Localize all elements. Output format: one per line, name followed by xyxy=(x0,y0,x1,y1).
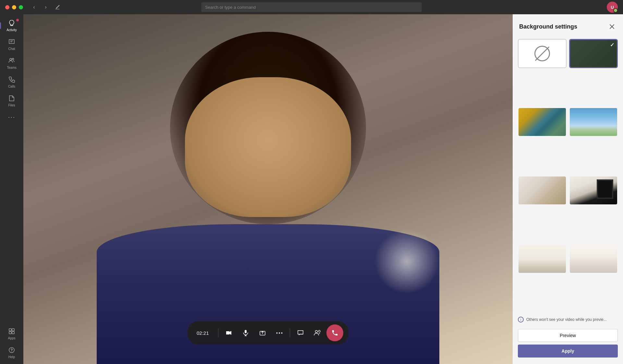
svg-point-12 xyxy=(276,332,278,334)
info-icon: i xyxy=(518,317,524,322)
svg-point-14 xyxy=(281,332,283,334)
camera-button[interactable] xyxy=(221,325,237,341)
titlebar-right: U xyxy=(607,2,623,13)
svg-point-0 xyxy=(10,58,12,60)
search-bar[interactable] xyxy=(201,2,422,12)
sidebar-item-more[interactable]: ··· xyxy=(1,111,22,123)
bg-thumb-outdoor[interactable] xyxy=(569,107,618,137)
sidebar-item-chat[interactable]: Chat xyxy=(1,36,22,53)
calls-icon xyxy=(8,76,15,84)
help-label: Help xyxy=(8,355,15,359)
svg-point-13 xyxy=(279,332,280,334)
chat-label: Chat xyxy=(8,47,15,51)
preview-button[interactable]: Preview xyxy=(518,329,618,342)
activity-label: Activity xyxy=(6,28,17,32)
teams-label: Teams xyxy=(7,66,16,69)
bg-thumb-dark[interactable]: ✓ xyxy=(569,39,618,68)
notification-dot xyxy=(16,19,19,21)
end-call-button[interactable] xyxy=(326,324,343,341)
share-button[interactable] xyxy=(255,325,270,341)
apps-label: Apps xyxy=(8,336,16,340)
traffic-lights xyxy=(0,5,23,9)
avatar[interactable]: U xyxy=(607,2,618,13)
background-grid: ✓ xyxy=(513,36,623,313)
svg-point-15 xyxy=(315,331,318,333)
svg-point-1 xyxy=(12,58,14,60)
participants-button[interactable] xyxy=(310,325,325,341)
panel-header: Background settings xyxy=(513,14,623,36)
bg-thumb-modern1[interactable] xyxy=(518,244,567,273)
maximize-button[interactable] xyxy=(19,5,23,9)
bg-thumb-interior1[interactable] xyxy=(518,176,567,205)
files-icon xyxy=(8,95,15,103)
bg-thumb-none[interactable] xyxy=(518,39,567,68)
divider2 xyxy=(290,328,290,337)
sidebar-item-help[interactable]: Help xyxy=(1,344,22,361)
files-label: Files xyxy=(8,103,15,107)
back-button[interactable]: ‹ xyxy=(30,3,39,12)
call-controls: 02:21 xyxy=(188,321,348,345)
interior2-bg xyxy=(570,176,617,204)
meeting-chat-button[interactable] xyxy=(293,325,308,341)
sidebar: Activity Chat Teams xyxy=(0,14,23,364)
svg-rect-2 xyxy=(9,329,11,331)
titlebar: ‹ › U xyxy=(0,0,623,14)
sidebar-item-apps[interactable]: Apps xyxy=(1,325,22,343)
bg-thumb-modern2[interactable] xyxy=(569,244,618,273)
search-input[interactable] xyxy=(201,2,422,12)
close-panel-button[interactable] xyxy=(607,22,617,31)
svg-rect-3 xyxy=(12,329,14,331)
sidebar-item-teams[interactable]: Teams xyxy=(1,55,22,72)
apps-icon xyxy=(8,328,15,336)
office-bg xyxy=(519,108,566,136)
bg-thumb-office[interactable] xyxy=(518,107,567,137)
action-buttons: Preview Apply xyxy=(513,326,623,364)
main-content: Activity Chat Teams xyxy=(0,14,623,364)
svg-rect-8 xyxy=(245,330,247,333)
calls-label: Calls xyxy=(8,85,15,88)
nav-buttons: ‹ › xyxy=(23,3,62,12)
help-icon xyxy=(8,346,15,355)
background-settings-panel: Background settings ✓ xyxy=(513,14,623,364)
close-button[interactable] xyxy=(5,5,9,9)
svg-point-16 xyxy=(318,330,320,332)
modern2-bg xyxy=(570,245,617,273)
divider xyxy=(218,328,218,337)
minimize-button[interactable] xyxy=(12,5,16,9)
activity-icon xyxy=(8,19,15,28)
svg-rect-5 xyxy=(12,332,14,334)
outdoor-bg xyxy=(570,108,617,136)
bg-thumb-interior2[interactable] xyxy=(569,176,618,205)
more-options-button[interactable] xyxy=(272,325,287,341)
sidebar-item-files[interactable]: Files xyxy=(1,92,22,110)
panel-title: Background settings xyxy=(519,23,577,30)
sidebar-item-activity[interactable]: Activity xyxy=(1,17,22,34)
video-area: 02:21 xyxy=(23,14,513,364)
microphone-button[interactable] xyxy=(238,325,253,341)
svg-point-7 xyxy=(12,352,12,352)
more-icon: ··· xyxy=(8,114,16,120)
forward-button[interactable]: › xyxy=(41,3,50,12)
interior1-bg xyxy=(519,176,566,204)
chat-icon xyxy=(8,38,15,46)
info-text: Others won't see your video while you pr… xyxy=(526,317,607,322)
info-bar: i Others won't see your video while you … xyxy=(513,313,623,326)
teams-icon xyxy=(8,57,15,65)
apply-button[interactable]: Apply xyxy=(518,345,618,358)
call-timer: 02:21 xyxy=(193,330,215,336)
modern1-bg xyxy=(519,245,566,273)
no-background-icon xyxy=(534,46,550,61)
svg-rect-4 xyxy=(9,332,11,334)
sidebar-item-calls[interactable]: Calls xyxy=(1,73,22,91)
compose-button[interactable] xyxy=(53,3,62,12)
selected-check: ✓ xyxy=(610,42,614,48)
video-background xyxy=(23,14,513,364)
